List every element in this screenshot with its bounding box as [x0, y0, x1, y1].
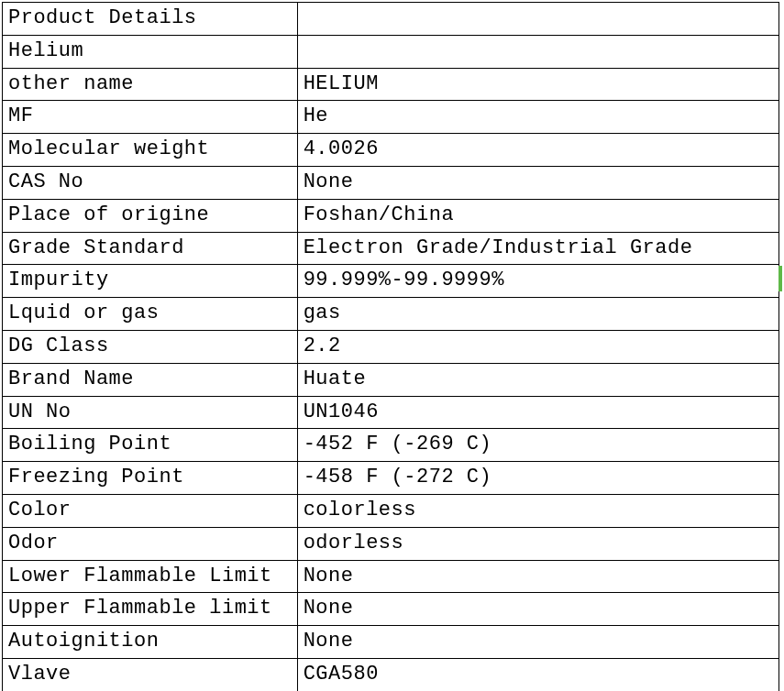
property-value: Huate	[297, 363, 778, 396]
table-row: Impurity99.999%-99.9999%	[3, 265, 779, 298]
property-value	[297, 35, 778, 68]
property-label: CAS No	[3, 166, 298, 199]
property-value: gas	[297, 298, 778, 331]
table-row: CAS NoNone	[3, 166, 779, 199]
property-value: -452 F (-269 C)	[297, 429, 778, 462]
table-row: DG Class2.2	[3, 330, 779, 363]
property-label: Grade Standard	[3, 232, 298, 265]
property-label: Freezing Point	[3, 462, 298, 495]
table-row: Grade StandardElectron Grade/Industrial …	[3, 232, 779, 265]
table-row: AutoignitionNone	[3, 626, 779, 659]
table-row: Boiling Point-452 F (-269 C)	[3, 429, 779, 462]
table-row: Product Details	[3, 3, 779, 36]
property-label: Lower Flammable Limit	[3, 560, 298, 593]
table-row: Helium	[3, 35, 779, 68]
table-row: Place of origineFoshan/China	[3, 199, 779, 232]
property-label: Helium	[3, 35, 298, 68]
property-value: None	[297, 593, 778, 626]
table-row: MFHe	[3, 101, 779, 134]
property-value: He	[297, 101, 778, 134]
property-value: UN1046	[297, 396, 778, 429]
property-label: DG Class	[3, 330, 298, 363]
property-label: UN No	[3, 396, 298, 429]
property-value: odorless	[297, 527, 778, 560]
edit-marker-icon	[778, 266, 782, 291]
property-value: None	[297, 560, 778, 593]
property-label: MF	[3, 101, 298, 134]
property-label: Place of origine	[3, 199, 298, 232]
property-value: Foshan/China	[297, 199, 778, 232]
property-label: Molecular weight	[3, 134, 298, 167]
property-value: colorless	[297, 494, 778, 527]
product-details-table: Product Details Helium other nameHELIUM …	[2, 2, 779, 691]
property-label: Boiling Point	[3, 429, 298, 462]
property-value: None	[297, 626, 778, 659]
property-label: Upper Flammable limit	[3, 593, 298, 626]
property-value: -458 F (-272 C)	[297, 462, 778, 495]
property-value: HELIUM	[297, 68, 778, 101]
table-row: Lower Flammable LimitNone	[3, 560, 779, 593]
table-row: UN NoUN1046	[3, 396, 779, 429]
table-row: Freezing Point -458 F (-272 C)	[3, 462, 779, 495]
property-label: Vlave	[3, 658, 298, 691]
property-label: other name	[3, 68, 298, 101]
table-row: Lquid or gasgas	[3, 298, 779, 331]
property-label: Impurity	[3, 265, 298, 298]
property-value	[297, 3, 778, 36]
table-row: Molecular weight4.0026	[3, 134, 779, 167]
property-label: Autoignition	[3, 626, 298, 659]
property-value: Electron Grade/Industrial Grade	[297, 232, 778, 265]
property-label: Brand Name	[3, 363, 298, 396]
property-label: Lquid or gas	[3, 298, 298, 331]
property-label: Color	[3, 494, 298, 527]
table-row: Color colorless	[3, 494, 779, 527]
table-row: Brand NameHuate	[3, 363, 779, 396]
property-value: None	[297, 166, 778, 199]
table-row: VlaveCGA580	[3, 658, 779, 691]
property-value: 99.999%-99.9999%	[297, 265, 778, 298]
table-row: Odorodorless	[3, 527, 779, 560]
table-row: Upper Flammable limitNone	[3, 593, 779, 626]
table-row: other nameHELIUM	[3, 68, 779, 101]
property-label: Odor	[3, 527, 298, 560]
property-value: CGA580	[297, 658, 778, 691]
table-body: Product Details Helium other nameHELIUM …	[3, 3, 779, 692]
property-value: 4.0026	[297, 134, 778, 167]
property-label: Product Details	[3, 3, 298, 36]
property-value: 2.2	[297, 330, 778, 363]
